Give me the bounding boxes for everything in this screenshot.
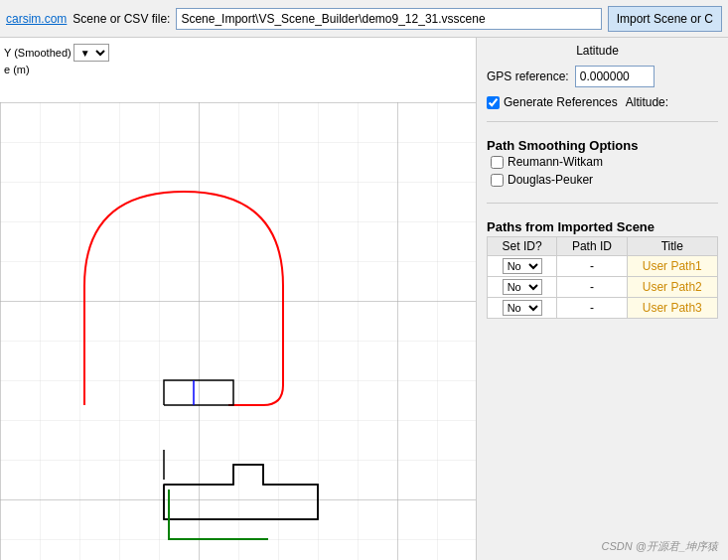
- toolbar: carsim.com Scene or CSV file: Import Sce…: [0, 0, 728, 38]
- axis-unit-label: e (m): [4, 64, 109, 75]
- cell-title: User Path1: [627, 256, 717, 277]
- setid-select[interactable]: NoYes: [503, 300, 542, 316]
- file-path-input[interactable]: [176, 8, 601, 30]
- cell-pathid: -: [557, 256, 627, 277]
- divider1: [487, 121, 718, 122]
- col-title: Title: [627, 237, 717, 256]
- dp-label[interactable]: Douglas-Peuker: [491, 173, 593, 187]
- path-canvas: [0, 102, 477, 560]
- main-layout: Y (Smoothed) ▼ e (m): [0, 38, 728, 560]
- gps-row: GPS reference:: [487, 66, 718, 87]
- watermark: CSDN @开源君_坤序猿: [487, 539, 718, 554]
- col-pathid: Path ID: [557, 237, 627, 256]
- altitude-label: Altitude:: [626, 95, 668, 109]
- table-row: NoYes-User Path3: [488, 298, 718, 319]
- divider2: [487, 203, 718, 204]
- paths-table: Set ID? Path ID Title NoYes-User Path1No…: [487, 236, 718, 319]
- cell-title: User Path3: [627, 298, 717, 319]
- cell-setid: NoYes: [488, 277, 557, 298]
- dp-checkbox[interactable]: [491, 174, 504, 187]
- table-row: NoYes-User Path2: [488, 277, 718, 298]
- gps-input[interactable]: [575, 66, 655, 87]
- cell-pathid: -: [557, 277, 627, 298]
- gen-ref-label[interactable]: Generate References: [487, 95, 618, 109]
- rw-row: Reumann-Witkam: [487, 155, 718, 169]
- cell-setid: NoYes: [488, 256, 557, 277]
- col-setid: Set ID?: [488, 237, 557, 256]
- rw-checkbox[interactable]: [491, 156, 504, 169]
- smoothing-section: Path Smoothing Options Reumann-Witkam Do…: [487, 138, 718, 191]
- smoothed-dropdown[interactable]: ▼: [73, 44, 109, 62]
- setid-select[interactable]: NoYes: [503, 279, 542, 295]
- cell-title: User Path2: [627, 277, 717, 298]
- gps-label: GPS reference:: [487, 70, 569, 83]
- setid-select[interactable]: NoYes: [503, 258, 542, 274]
- rw-label[interactable]: Reumann-Witkam: [491, 155, 603, 169]
- paths-section-title: Paths from Imported Scene: [487, 219, 718, 234]
- gen-ref-row: Generate References Altitude:: [487, 95, 718, 109]
- carsim-link[interactable]: carsim.com: [6, 12, 67, 26]
- table-row: NoYes-User Path1: [488, 256, 718, 277]
- y-axis-label: Y (Smoothed): [4, 47, 72, 59]
- svg-rect-1: [0, 102, 477, 560]
- cell-setid: NoYes: [488, 298, 557, 319]
- smoothing-title: Path Smoothing Options: [487, 138, 718, 153]
- import-button[interactable]: Import Scene or C: [608, 6, 722, 32]
- dp-row: Douglas-Peuker: [487, 173, 718, 187]
- paths-section: Paths from Imported Scene Set ID? Path I…: [487, 219, 718, 319]
- right-panel: Latitude GPS reference: Generate Referen…: [477, 38, 728, 560]
- canvas-area: Y (Smoothed) ▼ e (m): [0, 38, 477, 560]
- file-label: Scene or CSV file:: [73, 12, 170, 26]
- cell-pathid: -: [557, 298, 627, 319]
- gen-ref-checkbox[interactable]: [487, 96, 500, 109]
- latitude-header: Latitude: [487, 44, 718, 58]
